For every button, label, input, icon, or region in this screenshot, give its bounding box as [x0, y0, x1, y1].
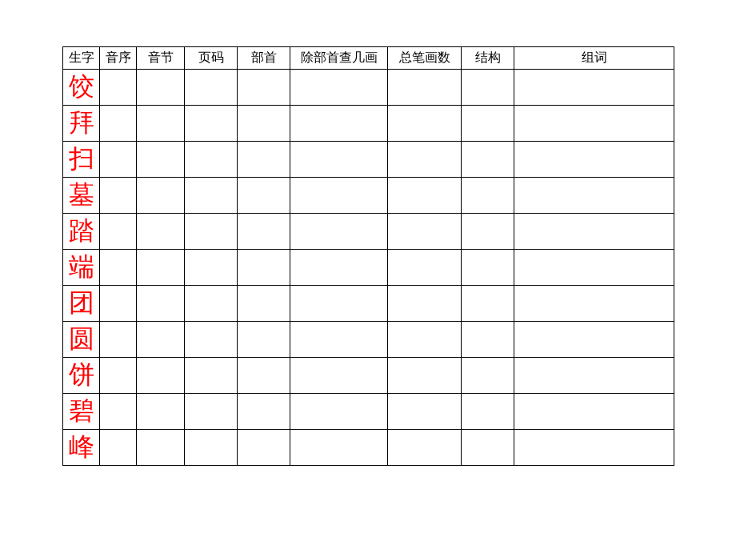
empty-cell [514, 70, 674, 106]
empty-cell [238, 70, 290, 106]
empty-cell [238, 214, 290, 250]
empty-cell [137, 430, 185, 466]
char-cell: 端 [63, 250, 100, 286]
empty-cell [388, 394, 462, 430]
table-row: 扫 [63, 142, 674, 178]
empty-cell [290, 286, 388, 322]
char-cell: 扫 [63, 142, 100, 178]
char-cell: 踏 [63, 214, 100, 250]
empty-cell [388, 214, 462, 250]
header-bihua: 总笔画数 [388, 47, 462, 70]
table-row: 圆 [63, 322, 674, 358]
empty-cell [462, 358, 514, 394]
empty-cell [185, 70, 238, 106]
empty-cell [290, 322, 388, 358]
header-yinjie: 音节 [137, 47, 185, 70]
empty-cell [290, 214, 388, 250]
empty-cell [238, 322, 290, 358]
empty-cell [185, 430, 238, 466]
char-cell: 碧 [63, 394, 100, 430]
table-row: 踏 [63, 214, 674, 250]
empty-cell [238, 178, 290, 214]
char-cell: 饼 [63, 358, 100, 394]
empty-cell [100, 394, 137, 430]
empty-cell [462, 106, 514, 142]
empty-cell [514, 178, 674, 214]
empty-cell [514, 286, 674, 322]
empty-cell [137, 106, 185, 142]
table-row: 团 [63, 286, 674, 322]
empty-cell [290, 394, 388, 430]
empty-cell [100, 142, 137, 178]
empty-cell [238, 142, 290, 178]
empty-cell [185, 358, 238, 394]
empty-cell [388, 250, 462, 286]
empty-cell [290, 178, 388, 214]
empty-cell [185, 250, 238, 286]
empty-cell [100, 286, 137, 322]
empty-cell [185, 394, 238, 430]
empty-cell [185, 214, 238, 250]
table-row: 墓 [63, 178, 674, 214]
char-cell: 拜 [63, 106, 100, 142]
empty-cell [238, 286, 290, 322]
empty-cell [100, 106, 137, 142]
table-row: 端 [63, 250, 674, 286]
empty-cell [137, 178, 185, 214]
empty-cell [238, 430, 290, 466]
empty-cell [462, 430, 514, 466]
empty-cell [185, 286, 238, 322]
header-chubushou: 除部首查几画 [290, 47, 388, 70]
header-bushou: 部首 [238, 47, 290, 70]
empty-cell [137, 394, 185, 430]
empty-cell [137, 250, 185, 286]
empty-cell [137, 286, 185, 322]
empty-cell [514, 394, 674, 430]
empty-cell [238, 250, 290, 286]
empty-cell [462, 214, 514, 250]
empty-cell [290, 70, 388, 106]
empty-cell [514, 322, 674, 358]
header-char: 生字 [63, 47, 100, 70]
empty-cell [462, 322, 514, 358]
empty-cell [100, 214, 137, 250]
empty-cell [137, 70, 185, 106]
empty-cell [137, 214, 185, 250]
empty-cell [514, 106, 674, 142]
empty-cell [388, 286, 462, 322]
empty-cell [238, 394, 290, 430]
empty-cell [290, 106, 388, 142]
table-row: 峰 [63, 430, 674, 466]
empty-cell [290, 430, 388, 466]
empty-cell [100, 322, 137, 358]
empty-cell [462, 394, 514, 430]
empty-cell [238, 358, 290, 394]
header-page: 页码 [185, 47, 238, 70]
empty-cell [185, 322, 238, 358]
empty-cell [388, 322, 462, 358]
empty-cell [290, 142, 388, 178]
empty-cell [185, 142, 238, 178]
empty-cell [462, 178, 514, 214]
empty-cell [100, 70, 137, 106]
empty-cell [462, 286, 514, 322]
table-row: 碧 [63, 394, 674, 430]
table-row: 拜 [63, 106, 674, 142]
empty-cell [185, 178, 238, 214]
empty-cell [388, 142, 462, 178]
empty-cell [137, 142, 185, 178]
empty-cell [100, 358, 137, 394]
empty-cell [462, 250, 514, 286]
empty-cell [462, 142, 514, 178]
empty-cell [514, 214, 674, 250]
table-row: 饺 [63, 70, 674, 106]
char-cell: 饺 [63, 70, 100, 106]
empty-cell [514, 358, 674, 394]
table-row: 饼 [63, 358, 674, 394]
empty-cell [290, 358, 388, 394]
char-cell: 峰 [63, 430, 100, 466]
header-jiegou: 结构 [462, 47, 514, 70]
vocabulary-table: 生字 音序 音节 页码 部首 除部首查几画 总笔画数 结构 组词 饺 拜 [62, 46, 674, 466]
char-cell: 团 [63, 286, 100, 322]
empty-cell [238, 106, 290, 142]
